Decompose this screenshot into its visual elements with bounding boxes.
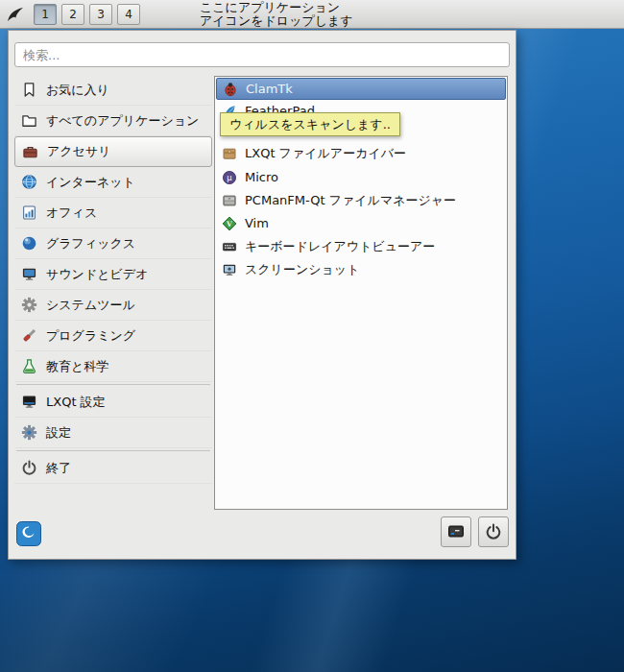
category-label: すべてのアプリケーション: [46, 112, 199, 130]
category-label: インターネット: [46, 174, 135, 191]
app-list: ClamTk FeatherPad LXQt ファイルアーカイバー μ Micr…: [214, 76, 508, 510]
footer-buttons: [441, 516, 509, 547]
category-system-tools[interactable]: システムツール: [14, 290, 212, 321]
mu-circle-icon: μ: [222, 170, 237, 185]
app-label: キーボードレイアウトビューアー: [245, 238, 435, 255]
category-label: お気に入り: [46, 82, 109, 99]
category-label: 設定: [46, 424, 71, 442]
category-sound-video[interactable]: サウンドとビデオ: [14, 259, 212, 290]
app-keyboard-layout-viewer[interactable]: キーボードレイアウトビューアー: [216, 235, 506, 257]
app-label: PCManFM-Qt ファイルマネージャー: [245, 192, 456, 209]
folder-icon: [21, 112, 37, 129]
app-label: スクリーンショット: [245, 261, 359, 278]
category-leave[interactable]: 終了: [14, 453, 212, 484]
category-accessories[interactable]: アクセサリ: [14, 136, 212, 167]
category-label: アクセサリ: [47, 143, 111, 160]
category-internet[interactable]: インターネット: [14, 167, 212, 198]
power-icon: [485, 523, 502, 540]
lxqt-logo-icon: [16, 521, 41, 546]
monitor-settings-icon: [21, 394, 37, 410]
search-input[interactable]: [14, 42, 510, 67]
monitor-media-icon: [21, 266, 37, 282]
leave-button[interactable]: [441, 516, 471, 547]
tooltip: ウィルスをスキャンします..: [220, 112, 400, 136]
briefcase-icon: [22, 144, 38, 160]
gear-blue-icon: [21, 424, 37, 441]
app-pcmanfm-qt[interactable]: PCManFM-Qt ファイルマネージャー: [216, 189, 506, 211]
app-micro[interactable]: μ Micro: [216, 166, 506, 188]
keyboard-icon: [222, 239, 237, 254]
category-education-science[interactable]: 教育と科学: [14, 351, 212, 382]
category-label: グラフィックス: [46, 235, 135, 252]
category-label: 教育と科学: [46, 358, 108, 375]
category-programming[interactable]: プログラミング: [14, 321, 212, 351]
menu-button[interactable]: [4, 3, 27, 26]
app-label: Micro: [245, 170, 278, 184]
category-label: LXQt 設定: [46, 394, 106, 411]
category-favorites[interactable]: お気に入り: [14, 75, 212, 106]
app-lxqt-archiver[interactable]: LXQt ファイルアーカイバー: [216, 142, 506, 164]
taskbar: 1 2 3 4 ここにアプリケーション アイコンをドロップします: [0, 0, 624, 29]
archive-box-icon: [222, 146, 237, 161]
category-label: サウンドとビデオ: [46, 266, 148, 283]
panel-drop-hint: ここにアプリケーション アイコンをドロップします: [200, 1, 353, 28]
leave-screen-icon: [447, 523, 465, 540]
category-all-applications[interactable]: すべてのアプリケーション: [14, 106, 212, 136]
workspace-button-1[interactable]: 1: [34, 4, 57, 25]
globe-icon: [21, 174, 37, 190]
bookmark-icon: [21, 82, 37, 98]
svg-text:V: V: [226, 219, 232, 228]
workspace-button-3[interactable]: 3: [89, 4, 112, 25]
shutdown-button[interactable]: [478, 516, 509, 547]
screwdriver-icon: [21, 327, 37, 344]
desktop: 1 2 3 4 ここにアプリケーション アイコンをドロップします お気に入り: [0, 0, 624, 672]
separator: [14, 382, 212, 387]
category-settings[interactable]: 設定: [14, 418, 212, 448]
category-label: プログラミング: [46, 327, 135, 345]
drop-hint-line1: ここにアプリケーション: [200, 1, 353, 14]
category-label: 終了: [46, 460, 71, 477]
screenshot-monitor-icon: [222, 262, 237, 277]
svg-text:μ: μ: [227, 173, 232, 182]
category-label: システムツール: [46, 297, 135, 314]
category-list: お気に入り すべてのアプリケーション アクセサリ インターネット: [14, 75, 212, 484]
category-lxqt-settings[interactable]: LXQt 設定: [14, 387, 212, 418]
gear-icon: [21, 297, 37, 313]
app-clamtk[interactable]: ClamTk: [216, 78, 506, 100]
workspace-button-2[interactable]: 2: [61, 4, 84, 25]
workspace-button-4[interactable]: 4: [117, 4, 140, 25]
file-cabinet-icon: [222, 193, 237, 208]
bird-icon: [4, 3, 27, 26]
power-icon: [21, 460, 37, 476]
separator: [14, 448, 212, 453]
drop-hint-line2: アイコンをドロップします: [200, 14, 353, 28]
bug-icon: [223, 82, 238, 97]
office-chart-icon: [21, 204, 37, 221]
app-menu-popup: お気に入り すべてのアプリケーション アクセサリ インターネット: [8, 30, 516, 560]
category-graphics[interactable]: グラフィックス: [14, 228, 212, 259]
app-screenshot[interactable]: スクリーンショット: [216, 258, 506, 280]
workspace-switcher: 1 2 3 4: [34, 4, 140, 25]
lxqt-logo-button[interactable]: [16, 521, 41, 546]
vim-diamond-icon: V: [222, 216, 237, 231]
category-label: オフィス: [46, 204, 97, 222]
app-vim[interactable]: V Vim: [216, 212, 506, 234]
app-label: LXQt ファイルアーカイバー: [245, 145, 406, 162]
app-label: Vim: [245, 216, 269, 230]
flask-icon: [21, 358, 37, 374]
sphere-icon: [21, 235, 37, 252]
category-office[interactable]: オフィス: [14, 198, 212, 228]
app-label: ClamTk: [246, 82, 293, 96]
